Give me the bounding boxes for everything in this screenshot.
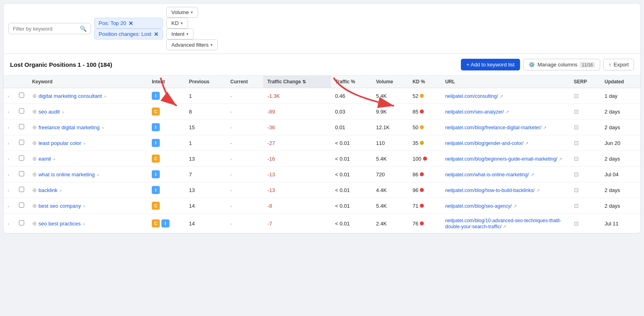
traffic-change-value: -89 bbox=[263, 104, 331, 120]
volume-value: 720 bbox=[372, 167, 409, 182]
intent-badge-i: I bbox=[152, 139, 160, 147]
double-arrow-icon: » bbox=[58, 188, 62, 193]
serp-icon-6[interactable]: ⊡ bbox=[574, 187, 579, 193]
search-input[interactable] bbox=[13, 26, 77, 32]
col-header-traffic-change[interactable]: Traffic Change ⇅ bbox=[263, 76, 331, 88]
url-link-1[interactable]: neilpatel.com/seo-analyzer/ bbox=[445, 109, 504, 115]
add-to-keyword-list-button[interactable]: + Add to keyword list bbox=[461, 59, 520, 70]
manage-columns-button[interactable]: ⚙️ Manage columns 11/16 bbox=[523, 59, 600, 70]
serp-icon-3[interactable]: ⊡ bbox=[574, 140, 579, 146]
expand-button-3[interactable]: › bbox=[8, 141, 9, 146]
col-header-previous: Previous bbox=[185, 76, 227, 88]
serp-icon-1[interactable]: ⊡ bbox=[574, 108, 579, 115]
url-link-2[interactable]: neilpatel.com/blog/freelance-digital-mar… bbox=[445, 125, 541, 130]
row-checkbox-7[interactable] bbox=[19, 202, 24, 208]
url-link-0[interactable]: neilpatel.com/consulting/ bbox=[445, 93, 498, 99]
keyword-link-0[interactable]: digital marketing consultant bbox=[39, 93, 102, 99]
url-link-3[interactable]: neilpatel.com/blog/gender-and-color/ bbox=[445, 140, 524, 146]
keyword-link-7[interactable]: best seo company bbox=[39, 203, 81, 209]
dropdown-kd-dd[interactable]: KD▾ bbox=[166, 18, 188, 29]
volume-value: 9.9K bbox=[372, 104, 409, 120]
row-checkbox-4[interactable] bbox=[19, 155, 24, 161]
updated-value: 2 days bbox=[601, 151, 640, 167]
filter-chip-pos-chip[interactable]: Pos: Top 20✕ bbox=[94, 18, 163, 29]
serp-icon-7[interactable]: ⊡ bbox=[574, 202, 579, 209]
previous-position: 14 bbox=[185, 214, 227, 233]
row-checkbox-6[interactable] bbox=[19, 187, 24, 192]
filter-chip-pos-change-chip[interactable]: Position changes: Lost✕ bbox=[94, 29, 163, 39]
url-link-7[interactable]: neilpatel.com/blog/seo-agency/ bbox=[445, 203, 512, 209]
current-position: · bbox=[226, 88, 263, 104]
keyword-link-8[interactable]: seo best practices bbox=[39, 221, 81, 227]
dropdown-intent-dd[interactable]: Intent▾ bbox=[166, 29, 194, 39]
row-checkbox-5[interactable] bbox=[19, 171, 24, 176]
serp-icon-4[interactable]: ⊡ bbox=[574, 155, 579, 162]
row-checkbox-8[interactable] bbox=[19, 220, 24, 225]
dropdown-label: KD bbox=[171, 20, 179, 26]
chip-close-pos-chip[interactable]: ✕ bbox=[128, 21, 133, 26]
expand-button-7[interactable]: › bbox=[8, 204, 9, 209]
kd-dot bbox=[420, 221, 424, 225]
current-position: · bbox=[226, 182, 263, 198]
row-checkbox-3[interactable] bbox=[19, 140, 24, 145]
expand-button-0[interactable]: › bbox=[8, 94, 9, 99]
url-link-4[interactable]: neilpatel.com/blog/beginners-guide-email… bbox=[445, 156, 557, 162]
intent-badge-i: I bbox=[161, 219, 169, 227]
double-arrow-icon: » bbox=[82, 204, 85, 209]
col-header-serp: SERP bbox=[570, 76, 601, 88]
col-header-traffic-pct: Traffic % bbox=[331, 76, 372, 88]
serp-icon-2[interactable]: ⊡ bbox=[574, 124, 579, 130]
expand-button-4[interactable]: › bbox=[8, 157, 9, 161]
expand-button-1[interactable]: › bbox=[8, 109, 9, 114]
expand-button-5[interactable]: › bbox=[8, 172, 9, 177]
col-header-url: URL bbox=[441, 76, 570, 88]
traffic-pct-value: 0.46 bbox=[331, 88, 372, 104]
keyword-link-4[interactable]: eamil bbox=[39, 156, 51, 162]
dropdown-adv-dd[interactable]: Advanced filters▾ bbox=[166, 39, 218, 50]
intent-badge-i: I bbox=[152, 186, 160, 194]
keyword-link-5[interactable]: what is online marketing bbox=[39, 171, 95, 178]
traffic-change-value: -7 bbox=[263, 214, 331, 233]
keyword-link-3[interactable]: least popular color bbox=[39, 140, 81, 146]
dropdown-label: Advanced filters bbox=[171, 42, 209, 48]
serp-icon-0[interactable]: ⊡ bbox=[574, 93, 579, 99]
traffic-change-value: -8 bbox=[263, 198, 331, 214]
kd-dot bbox=[420, 94, 424, 98]
serp-icon-5[interactable]: ⊡ bbox=[574, 171, 579, 178]
double-arrow-icon: » bbox=[103, 94, 106, 99]
double-arrow-icon: » bbox=[100, 125, 104, 130]
volume-value: 5.4K bbox=[372, 88, 409, 104]
export-button[interactable]: ↑ Export bbox=[603, 59, 634, 70]
double-arrow-icon: » bbox=[52, 157, 56, 161]
previous-position: 13 bbox=[185, 182, 227, 198]
chip-label: Pos: Top 20 bbox=[99, 20, 126, 26]
kd-value: 71 bbox=[413, 203, 418, 209]
keyword-link-6[interactable]: backlink bbox=[39, 187, 58, 193]
traffic-change-value: -36 bbox=[263, 120, 331, 135]
col-header-expand bbox=[4, 76, 15, 88]
serp-icon-8[interactable]: ⊡ bbox=[574, 220, 579, 227]
intent-badge-i: I bbox=[152, 123, 160, 131]
keyword-link-2[interactable]: freelance digital marketing bbox=[39, 124, 100, 130]
url-link-5[interactable]: neilpatel.com/what-is-online-marketing/ bbox=[445, 172, 529, 178]
expand-button-6[interactable]: › bbox=[8, 188, 9, 193]
row-checkbox-0[interactable] bbox=[19, 93, 24, 98]
manage-columns-label: Manage columns bbox=[537, 62, 577, 68]
expand-button-2[interactable]: › bbox=[8, 125, 9, 130]
keyword-link-1[interactable]: seo audit bbox=[39, 109, 60, 115]
table-row: ›⊕digital marketing consultant »I 1·-1.3… bbox=[4, 88, 640, 104]
chip-close-pos-change-chip[interactable]: ✕ bbox=[154, 31, 159, 37]
expand-button-8[interactable]: › bbox=[8, 221, 9, 226]
row-checkbox-2[interactable] bbox=[19, 124, 24, 129]
row-checkbox-1[interactable] bbox=[19, 108, 24, 114]
manage-columns-badge: 11/16 bbox=[580, 62, 595, 68]
volume-value: 5.4K bbox=[372, 198, 409, 214]
dropdown-volume-dd[interactable]: Volume▾ bbox=[166, 7, 198, 18]
url-link-6[interactable]: neilpatel.com/blog/how-to-build-backlink… bbox=[445, 188, 535, 193]
toolbar: 🔍 Pos: Top 20✕Position changes: Lost✕ Vo… bbox=[3, 3, 641, 54]
col-header-updated: Updated bbox=[601, 76, 640, 88]
traffic-change-value: -13 bbox=[263, 167, 331, 182]
external-link-icon: ↗ bbox=[503, 224, 506, 229]
add-circle-icon: ⊕ bbox=[32, 220, 37, 227]
previous-position: 8 bbox=[185, 104, 227, 120]
